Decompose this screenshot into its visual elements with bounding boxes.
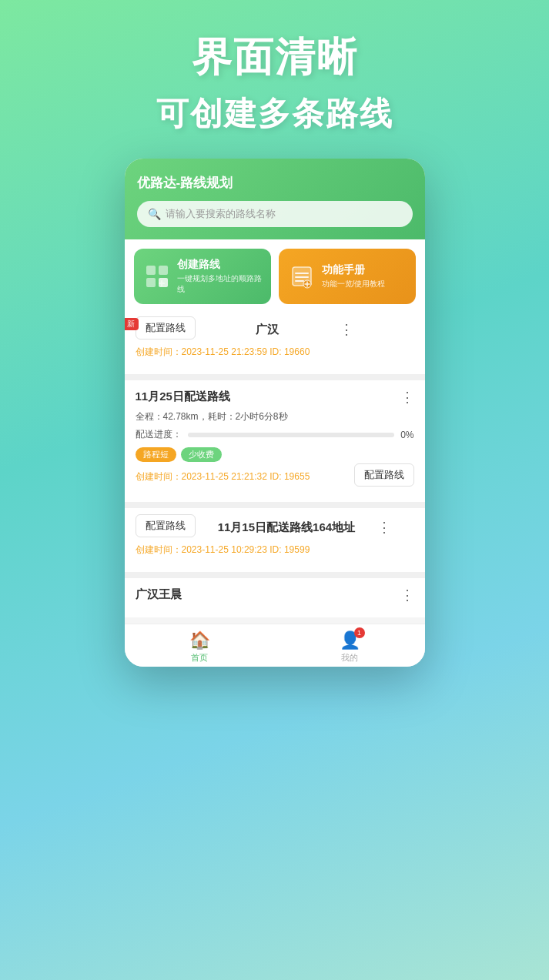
headline-1: 界面清晰 <box>192 31 358 85</box>
route-menu-icon[interactable]: ⋮ <box>400 588 414 602</box>
route-tags: 路程短 少收费 <box>136 447 414 462</box>
app-header: 优路达-路线规划 🔍 请输入要搜索的路线名称 <box>125 159 425 239</box>
route-meta: 创建时间：2023-11-25 21:23:59 ID: 19660 <box>136 346 414 359</box>
route-name: 11月15日配送路线164地址 <box>218 520 355 535</box>
route-item: 广汉王晨 ⋮ <box>125 578 425 617</box>
search-icon: 🔍 <box>148 208 161 220</box>
config-route-btn-1[interactable]: 配置路线 <box>136 316 196 339</box>
headline-2: 可创建多条路线 <box>156 92 393 135</box>
phone-frame: 优路达-路线规划 🔍 请输入要搜索的路线名称 创建路线 一键规划多地址的顺路路线 <box>125 159 425 667</box>
svg-rect-1 <box>159 266 168 275</box>
progress-label: 配送进度： <box>136 428 182 441</box>
manual-text: 功能手册 功能一览/使用教程 <box>322 263 407 289</box>
create-route-card[interactable]: 创建路线 一键规划多地址的顺路路线 <box>134 249 271 304</box>
route-meta: 创建时间：2023-11-25 21:21:32 ID: 19655 配置路线 <box>136 467 414 487</box>
create-route-text: 创建路线 一键规划多地址的顺路路线 <box>177 258 262 295</box>
progress-pct: 0% <box>400 430 413 440</box>
search-bar[interactable]: 🔍 请输入要搜索的路线名称 <box>137 201 413 227</box>
route-header: 配置路线 11月15日配送路线164地址 ⋮ <box>136 517 414 537</box>
route-item: 11月25日配送路线 ⋮ 全程：42.78km，耗时：2小时6分8秒 配送进度：… <box>125 380 425 502</box>
manual-card[interactable]: 功能手册 功能一览/使用教程 <box>279 249 416 304</box>
tab-home-label: 首页 <box>191 652 208 664</box>
route-menu-icon[interactable]: ⋮ <box>377 520 391 534</box>
avatar-icon: 👤 1 <box>340 630 360 651</box>
svg-rect-0 <box>146 266 156 275</box>
route-item: 配置路线 11月15日配送路线164地址 ⋮ 创建时间：2023-11-25 1… <box>125 508 425 572</box>
tab-home[interactable]: 🏠 首页 <box>125 630 275 664</box>
search-placeholder: 请输入要搜索的路线名称 <box>166 207 276 221</box>
new-badge: 新 <box>125 318 139 330</box>
route-name: 11月25日配送路线 <box>136 390 230 404</box>
route-item: 新 配置路线 广汉 ⋮ 创建时间：2023-11-25 21:23:59 ID:… <box>125 310 425 374</box>
progress-bar <box>188 433 395 437</box>
config-route-btn-2[interactable]: 配置路线 <box>354 463 414 487</box>
route-list: 新 配置路线 广汉 ⋮ 创建时间：2023-11-25 21:23:59 ID:… <box>125 310 425 617</box>
route-header: 广汉王晨 ⋮ <box>136 587 414 602</box>
route-name: 广汉 <box>256 323 279 337</box>
tab-mine-label: 我的 <box>341 652 358 664</box>
action-cards-container: 创建路线 一键规划多地址的顺路路线 功能手册 功能一览/使用教程 <box>125 239 425 310</box>
route-detail: 全程：42.78km，耗时：2小时6分8秒 <box>136 410 414 423</box>
config-route-btn-3[interactable]: 配置路线 <box>136 514 196 537</box>
progress-row: 配送进度： 0% <box>136 428 414 441</box>
tag-less-fee: 少收费 <box>181 447 222 462</box>
manual-icon <box>288 263 316 290</box>
manual-desc: 功能一览/使用教程 <box>322 279 407 289</box>
home-icon: 🏠 <box>189 630 210 651</box>
tab-mine-badge: 1 <box>354 627 365 638</box>
route-meta: 创建时间：2023-11-25 10:29:23 ID: 19599 <box>136 544 414 557</box>
create-route-desc: 一键规划多地址的顺路路线 <box>177 273 262 295</box>
route-header: 配置路线 广汉 ⋮ <box>136 319 414 339</box>
app-title: 优路达-路线规划 <box>137 174 413 192</box>
route-menu-icon[interactable]: ⋮ <box>400 390 414 404</box>
manual-title: 功能手册 <box>322 263 407 277</box>
create-route-title: 创建路线 <box>177 258 262 272</box>
tab-bar: 🏠 首页 👤 1 我的 <box>125 624 425 667</box>
route-header: 11月25日配送路线 ⋮ <box>136 390 414 404</box>
tab-mine[interactable]: 👤 1 我的 <box>275 630 425 664</box>
create-route-icon <box>143 263 171 290</box>
route-menu-icon[interactable]: ⋮ <box>340 323 353 336</box>
route-meta-text: 创建时间：2023-11-25 21:21:32 ID: 19655 <box>136 470 310 483</box>
tag-short-route: 路程短 <box>136 447 176 462</box>
route-name: 广汉王晨 <box>136 587 182 602</box>
svg-rect-2 <box>146 278 156 287</box>
